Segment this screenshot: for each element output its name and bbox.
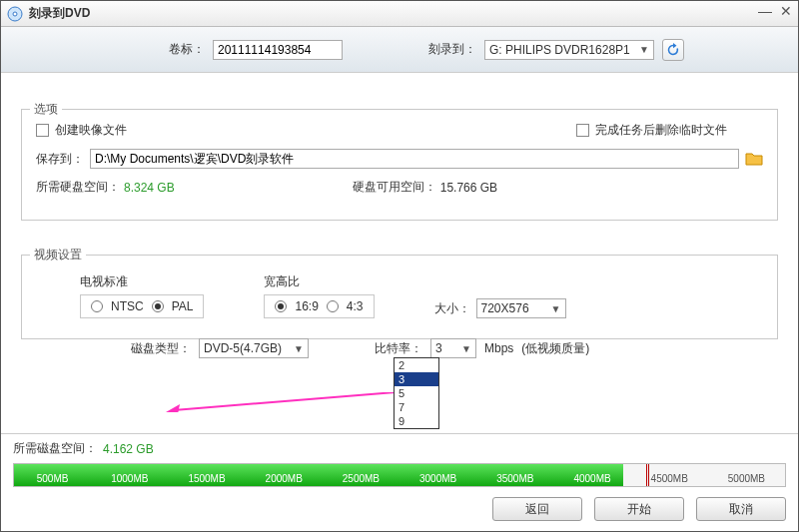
disc-icon [7, 6, 23, 22]
avail-hd-value: 15.766 GB [440, 181, 497, 195]
ntsc-label: NTSC [111, 299, 144, 313]
options-legend: 选项 [30, 101, 62, 118]
cancel-button[interactable]: 取消 [696, 497, 786, 521]
size-value: 720X576 [481, 301, 529, 315]
need-disc-label: 所需磁盘空间： [13, 440, 97, 457]
burn-to-select[interactable]: G: PHILIPS DVDR1628P1 ▼ [484, 40, 654, 60]
bitrate-option[interactable]: 9 [395, 414, 438, 428]
tick-label: 2500MB [323, 473, 400, 484]
size-label: 大小： [434, 300, 470, 317]
tick-label: 1500MB [168, 473, 245, 484]
need-hd-label: 所需硬盘空间： [36, 179, 120, 196]
need-disc-value: 4.162 GB [103, 442, 154, 456]
tick-label: 5000MB [708, 473, 785, 484]
burn-to-value: G: PHILIPS DVDR1628P1 [489, 43, 630, 57]
aspect-169-radio[interactable] [275, 300, 287, 312]
svg-point-1 [13, 12, 17, 16]
create-image-checkbox[interactable] [36, 124, 49, 137]
video-fieldset: 视频设置 电视标准 NTSC PAL 宽高比 [21, 255, 778, 339]
cancel-label: 取消 [729, 501, 753, 518]
size-select[interactable]: 720X576 ▼ [476, 298, 566, 318]
bottom-panel: 所需磁盘空间： 4.162 GB 500MB 1000MB 1500MB 200… [1, 433, 798, 531]
disc-type-select[interactable]: DVD-5(4.7GB) ▼ [199, 338, 309, 358]
bitrate-value: 3 [435, 341, 442, 355]
tv-standard-group: NTSC PAL [80, 294, 204, 318]
aspect-43-label: 4:3 [347, 299, 364, 313]
need-hd-value: 8.324 GB [124, 181, 175, 195]
tick-label: 2000MB [246, 473, 323, 484]
tick-label: 3000MB [400, 473, 476, 484]
pal-radio[interactable] [152, 300, 164, 312]
top-row: 卷标： 刻录到： G: PHILIPS DVDR1628P1 ▼ [1, 27, 798, 73]
delete-temp-label: 完成任务后删除临时文件 [595, 122, 727, 139]
volume-label: 卷标： [169, 41, 205, 58]
bitrate-dropdown[interactable]: 2 3 5 7 9 [394, 357, 439, 429]
disc-type-value: DVD-5(4.7GB) [204, 341, 282, 355]
tick-label: 3500MB [476, 473, 553, 484]
svg-line-2 [174, 392, 396, 410]
chevron-down-icon: ▼ [635, 44, 649, 55]
volume-input[interactable] [213, 40, 343, 60]
burn-to-label: 刻录到： [428, 41, 476, 58]
bitrate-option[interactable]: 2 [395, 358, 438, 372]
refresh-icon [666, 43, 680, 57]
minimize-button[interactable]: — [758, 3, 772, 19]
disc-type-label: 磁盘类型： [131, 340, 191, 357]
save-to-label: 保存到： [36, 151, 84, 168]
bitrate-select[interactable]: 3 ▼ [430, 338, 476, 358]
create-image-label: 创建映像文件 [55, 122, 127, 139]
window-title: 刻录到DVD [29, 5, 90, 22]
save-to-input[interactable] [90, 149, 739, 169]
start-button[interactable]: 开始 [594, 497, 684, 521]
avail-hd-label: 硬盘可用空间： [353, 179, 436, 196]
tick-label: 4500MB [631, 473, 708, 484]
quality-note: (低视频质量) [521, 340, 589, 357]
back-button[interactable]: 返回 [492, 497, 582, 521]
disc-capacity-bar: 500MB 1000MB 1500MB 2000MB 2500MB 3000MB… [13, 463, 786, 487]
aspect-group: 16:9 4:3 [264, 294, 374, 318]
tick-label: 4000MB [553, 473, 630, 484]
aspect-169-label: 16:9 [295, 299, 318, 313]
bitrate-option[interactable]: 5 [395, 386, 438, 400]
mbps-label: Mbps [484, 341, 513, 355]
options-fieldset: 选项 创建映像文件 完成任务后删除临时文件 保存到： [21, 109, 778, 221]
bitrate-label: 比特率： [375, 340, 422, 357]
bitrate-option[interactable]: 7 [395, 400, 438, 414]
video-legend: 视频设置 [30, 247, 86, 264]
chevron-down-icon: ▼ [290, 343, 304, 354]
back-label: 返回 [525, 501, 549, 518]
tick-label: 1000MB [91, 473, 168, 484]
tick-label: 500MB [14, 473, 91, 484]
delete-temp-checkbox[interactable] [576, 124, 589, 137]
capacity-ticks: 500MB 1000MB 1500MB 2000MB 2500MB 3000MB… [14, 473, 785, 484]
aspect-43-radio[interactable] [327, 300, 339, 312]
titlebar: 刻录到DVD — ✕ [1, 1, 798, 27]
pal-label: PAL [172, 299, 194, 313]
refresh-button[interactable] [662, 39, 684, 61]
ntsc-radio[interactable] [91, 300, 103, 312]
svg-marker-3 [166, 404, 180, 412]
start-label: 开始 [627, 501, 651, 518]
annotation-arrow-icon [166, 392, 396, 412]
bitrate-option[interactable]: 3 [395, 372, 438, 386]
chevron-down-icon: ▼ [457, 343, 471, 354]
folder-icon[interactable] [745, 150, 763, 168]
close-button[interactable]: ✕ [780, 3, 792, 19]
tv-standard-label: 电视标准 [80, 273, 204, 290]
chevron-down-icon: ▼ [547, 303, 561, 314]
aspect-label: 宽高比 [264, 273, 374, 290]
